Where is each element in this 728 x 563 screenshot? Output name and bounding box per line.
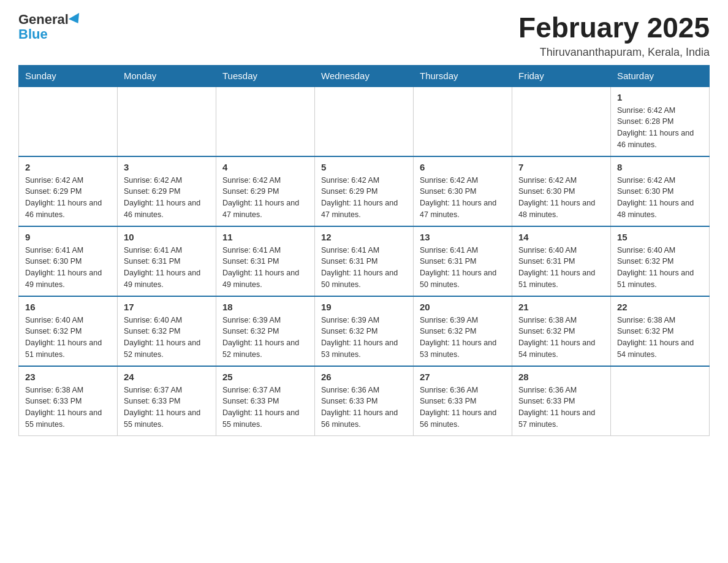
day-number: 23 (25, 372, 111, 382)
day-info: Sunrise: 6:41 AM Sunset: 6:31 PM Dayligh… (321, 245, 407, 291)
day-number: 10 (124, 232, 210, 242)
calendar-day-cell: 25Sunrise: 6:37 AM Sunset: 6:33 PM Dayli… (216, 366, 315, 436)
day-number: 16 (25, 302, 111, 312)
calendar-subtitle: Thiruvananthapuram, Kerala, India (518, 46, 710, 59)
day-info: Sunrise: 6:42 AM Sunset: 6:30 PM Dayligh… (420, 175, 506, 221)
day-info: Sunrise: 6:41 AM Sunset: 6:31 PM Dayligh… (222, 245, 308, 291)
day-number: 3 (124, 162, 210, 172)
day-number: 4 (222, 162, 308, 172)
day-number: 2 (25, 162, 111, 172)
day-info: Sunrise: 6:42 AM Sunset: 6:29 PM Dayligh… (321, 175, 407, 221)
day-info: Sunrise: 6:42 AM Sunset: 6:28 PM Dayligh… (617, 105, 703, 151)
logo: General Blue (18, 12, 82, 42)
logo-blue-text: Blue (18, 27, 48, 42)
day-number: 21 (518, 302, 604, 312)
calendar-day-cell: 26Sunrise: 6:36 AM Sunset: 6:33 PM Dayli… (315, 366, 414, 436)
day-header-tuesday: Tuesday (216, 65, 315, 86)
calendar-day-cell: 3Sunrise: 6:42 AM Sunset: 6:29 PM Daylig… (118, 156, 216, 226)
calendar-day-cell (315, 86, 414, 156)
calendar-day-cell: 16Sunrise: 6:40 AM Sunset: 6:32 PM Dayli… (19, 296, 118, 366)
calendar-week-row: 1Sunrise: 6:42 AM Sunset: 6:28 PM Daylig… (19, 86, 710, 156)
calendar-day-cell: 17Sunrise: 6:40 AM Sunset: 6:32 PM Dayli… (118, 296, 216, 366)
calendar-day-cell: 18Sunrise: 6:39 AM Sunset: 6:32 PM Dayli… (216, 296, 315, 366)
calendar-day-cell: 13Sunrise: 6:41 AM Sunset: 6:31 PM Dayli… (414, 226, 512, 296)
day-number: 15 (617, 232, 703, 242)
calendar-day-cell: 9Sunrise: 6:41 AM Sunset: 6:30 PM Daylig… (19, 226, 118, 296)
day-info: Sunrise: 6:40 AM Sunset: 6:32 PM Dayligh… (617, 245, 703, 291)
day-info: Sunrise: 6:36 AM Sunset: 6:33 PM Dayligh… (420, 385, 506, 431)
page-header: General Blue February 2025 Thiruvanantha… (18, 12, 710, 59)
day-info: Sunrise: 6:42 AM Sunset: 6:30 PM Dayligh… (617, 175, 703, 221)
day-info: Sunrise: 6:42 AM Sunset: 6:29 PM Dayligh… (124, 175, 210, 221)
calendar-day-cell: 10Sunrise: 6:41 AM Sunset: 6:31 PM Dayli… (118, 226, 216, 296)
day-number: 20 (420, 302, 506, 312)
day-info: Sunrise: 6:38 AM Sunset: 6:32 PM Dayligh… (617, 315, 703, 361)
day-header-thursday: Thursday (414, 65, 512, 86)
calendar-day-cell (414, 86, 512, 156)
day-info: Sunrise: 6:37 AM Sunset: 6:33 PM Dayligh… (124, 385, 210, 431)
calendar-day-cell: 23Sunrise: 6:38 AM Sunset: 6:33 PM Dayli… (19, 366, 118, 436)
day-number: 1 (617, 92, 703, 102)
day-info: Sunrise: 6:40 AM Sunset: 6:32 PM Dayligh… (25, 315, 111, 361)
calendar-week-row: 16Sunrise: 6:40 AM Sunset: 6:32 PM Dayli… (19, 296, 710, 366)
day-info: Sunrise: 6:41 AM Sunset: 6:31 PM Dayligh… (420, 245, 506, 291)
day-number: 8 (617, 162, 703, 172)
day-number: 5 (321, 162, 407, 172)
day-info: Sunrise: 6:41 AM Sunset: 6:31 PM Dayligh… (124, 245, 210, 291)
day-number: 6 (420, 162, 506, 172)
calendar-week-row: 23Sunrise: 6:38 AM Sunset: 6:33 PM Dayli… (19, 366, 710, 436)
calendar-day-cell: 8Sunrise: 6:42 AM Sunset: 6:30 PM Daylig… (611, 156, 710, 226)
calendar-table: SundayMondayTuesdayWednesdayThursdayFrid… (18, 65, 710, 436)
calendar-day-cell: 19Sunrise: 6:39 AM Sunset: 6:32 PM Dayli… (315, 296, 414, 366)
day-number: 22 (617, 302, 703, 312)
calendar-day-cell: 12Sunrise: 6:41 AM Sunset: 6:31 PM Dayli… (315, 226, 414, 296)
day-number: 26 (321, 372, 407, 382)
calendar-day-cell (118, 86, 216, 156)
calendar-week-row: 2Sunrise: 6:42 AM Sunset: 6:29 PM Daylig… (19, 156, 710, 226)
day-info: Sunrise: 6:36 AM Sunset: 6:33 PM Dayligh… (518, 385, 604, 431)
day-number: 27 (420, 372, 506, 382)
calendar-day-cell (216, 86, 315, 156)
day-number: 9 (25, 232, 111, 242)
day-info: Sunrise: 6:40 AM Sunset: 6:32 PM Dayligh… (124, 315, 210, 361)
day-info: Sunrise: 6:39 AM Sunset: 6:32 PM Dayligh… (420, 315, 506, 361)
day-number: 11 (222, 232, 308, 242)
day-header-saturday: Saturday (611, 65, 710, 86)
day-number: 25 (222, 372, 308, 382)
calendar-day-cell (512, 86, 611, 156)
calendar-day-cell: 15Sunrise: 6:40 AM Sunset: 6:32 PM Dayli… (611, 226, 710, 296)
day-info: Sunrise: 6:42 AM Sunset: 6:30 PM Dayligh… (518, 175, 604, 221)
calendar-day-cell: 27Sunrise: 6:36 AM Sunset: 6:33 PM Dayli… (414, 366, 512, 436)
calendar-day-cell: 2Sunrise: 6:42 AM Sunset: 6:29 PM Daylig… (19, 156, 118, 226)
calendar-day-cell: 7Sunrise: 6:42 AM Sunset: 6:30 PM Daylig… (512, 156, 611, 226)
day-header-sunday: Sunday (19, 65, 118, 86)
day-info: Sunrise: 6:42 AM Sunset: 6:29 PM Dayligh… (222, 175, 308, 221)
day-number: 7 (518, 162, 604, 172)
logo-triangle-icon (69, 13, 83, 26)
day-number: 28 (518, 372, 604, 382)
calendar-title: February 2025 (518, 12, 710, 44)
day-info: Sunrise: 6:37 AM Sunset: 6:33 PM Dayligh… (222, 385, 308, 431)
calendar-day-cell: 11Sunrise: 6:41 AM Sunset: 6:31 PM Dayli… (216, 226, 315, 296)
calendar-day-cell: 5Sunrise: 6:42 AM Sunset: 6:29 PM Daylig… (315, 156, 414, 226)
calendar-day-cell: 22Sunrise: 6:38 AM Sunset: 6:32 PM Dayli… (611, 296, 710, 366)
logo-general-text: General (18, 12, 69, 27)
day-info: Sunrise: 6:36 AM Sunset: 6:33 PM Dayligh… (321, 385, 407, 431)
day-number: 18 (222, 302, 308, 312)
day-number: 13 (420, 232, 506, 242)
day-info: Sunrise: 6:42 AM Sunset: 6:29 PM Dayligh… (25, 175, 111, 221)
day-info: Sunrise: 6:39 AM Sunset: 6:32 PM Dayligh… (222, 315, 308, 361)
day-info: Sunrise: 6:39 AM Sunset: 6:32 PM Dayligh… (321, 315, 407, 361)
day-header-friday: Friday (512, 65, 611, 86)
title-block: February 2025 Thiruvananthapuram, Kerala… (518, 12, 710, 59)
calendar-day-cell (19, 86, 118, 156)
day-header-monday: Monday (118, 65, 216, 86)
calendar-day-cell: 6Sunrise: 6:42 AM Sunset: 6:30 PM Daylig… (414, 156, 512, 226)
day-info: Sunrise: 6:38 AM Sunset: 6:32 PM Dayligh… (518, 315, 604, 361)
calendar-day-cell (611, 366, 710, 436)
day-info: Sunrise: 6:41 AM Sunset: 6:30 PM Dayligh… (25, 245, 111, 291)
calendar-day-cell: 28Sunrise: 6:36 AM Sunset: 6:33 PM Dayli… (512, 366, 611, 436)
calendar-day-cell: 21Sunrise: 6:38 AM Sunset: 6:32 PM Dayli… (512, 296, 611, 366)
day-info: Sunrise: 6:38 AM Sunset: 6:33 PM Dayligh… (25, 385, 111, 431)
calendar-day-cell: 1Sunrise: 6:42 AM Sunset: 6:28 PM Daylig… (611, 86, 710, 156)
